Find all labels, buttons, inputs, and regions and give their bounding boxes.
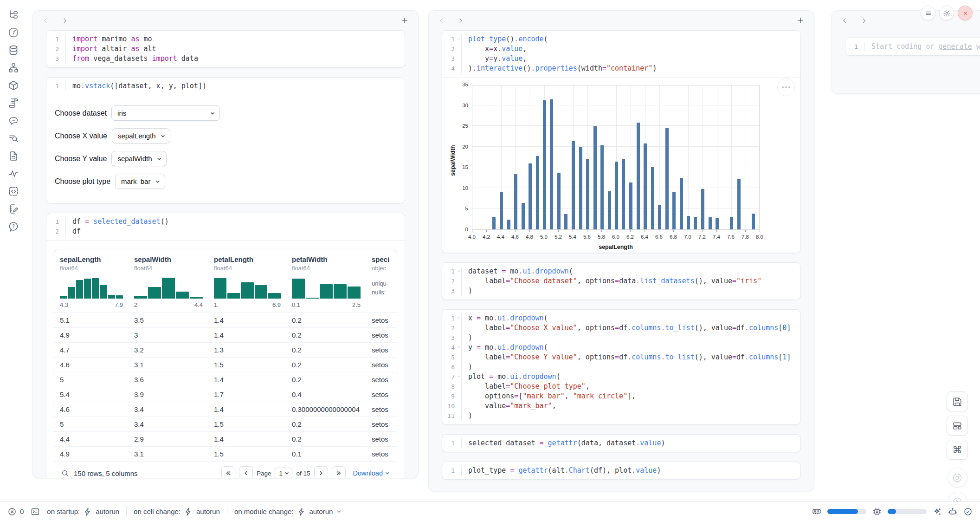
code-editor[interactable]: 1df = selected_dataset()2df — [46, 213, 405, 240]
dropdown-1[interactable]: iris — [112, 106, 219, 120]
chart-bar[interactable] — [658, 205, 661, 229]
chart-bar[interactable] — [550, 99, 553, 229]
table-row[interactable]: 53.61.40.2setos — [54, 372, 397, 387]
dropdown-select-3[interactable]: sepalWidth — [111, 151, 167, 166]
code-cell-plot-type[interactable]: 1plot_type = getattr(alt.Chart(df), plot… — [442, 462, 801, 480]
table-row[interactable]: 4.63.11.50.2setos — [54, 357, 397, 372]
page-select[interactable]: 1 — [275, 468, 292, 479]
code-cell-xy-plot-dropdowns[interactable]: 1x = mo.ui.dropdown(2 label="Choose X va… — [442, 309, 801, 425]
database-icon[interactable] — [8, 45, 19, 56]
chart-bar[interactable] — [730, 217, 733, 229]
chart-bar[interactable] — [701, 189, 704, 229]
chart-bar[interactable] — [507, 220, 510, 229]
cpu-usage-meter[interactable] — [888, 509, 927, 514]
fold-chevron-icon[interactable] — [457, 269, 461, 273]
check-circle-icon[interactable] — [963, 507, 973, 516]
column-move-right-icon[interactable] — [457, 17, 464, 24]
runtime-config-3[interactable]: on module change:autorun — [234, 507, 342, 516]
notebook-menu-button[interactable] — [921, 6, 935, 20]
table-row[interactable]: 53.41.50.2setos — [54, 417, 397, 431]
table-column-header[interactable]: sepalWidthfloat6424.4 — [129, 255, 208, 308]
chart-bar[interactable] — [629, 182, 632, 229]
runtime-config-2[interactable]: on cell change:autorun — [134, 507, 220, 516]
add-column-icon[interactable] — [400, 16, 409, 25]
help-icon[interactable]: ? — [8, 221, 19, 232]
search-icon[interactable] — [61, 469, 69, 477]
tracing-icon[interactable] — [8, 168, 19, 179]
functions-icon[interactable]: f — [8, 27, 19, 38]
sparkles-icon[interactable] — [933, 507, 942, 516]
shutdown-button[interactable] — [958, 6, 973, 20]
last-page-button[interactable] — [332, 466, 346, 478]
chart-bar[interactable] — [579, 147, 582, 229]
stop-button[interactable] — [948, 468, 967, 488]
download-link[interactable]: Download — [353, 469, 391, 477]
column-move-left-icon[interactable] — [438, 17, 445, 24]
empty-code-cell[interactable]: 1 Start coding or generate with — [845, 38, 980, 56]
code-cell-dataset-dropdown[interactable]: 1dataset = mo.ui.dropdown(2 label="Choos… — [442, 262, 801, 300]
chart-bar[interactable] — [622, 159, 625, 229]
table-column-header[interactable]: sepalLengthfloat644.37.9 — [54, 255, 129, 308]
chart-bar[interactable] — [687, 216, 690, 229]
dropdown-2[interactable]: sepalLength — [112, 129, 170, 143]
chart-bar[interactable] — [752, 214, 755, 229]
code-cell-plot-encode[interactable]: 1plot_type().encode(2 x=x.value,3 y=y.va… — [442, 30, 801, 253]
chart-options-button[interactable] — [777, 78, 795, 96]
chart-bar[interactable] — [543, 100, 546, 229]
chart-bar[interactable] — [665, 128, 669, 229]
add-column-icon[interactable] — [796, 16, 805, 25]
column-move-right-icon[interactable] — [860, 17, 867, 24]
table-row[interactable]: 4.93.11.50.1setos — [54, 446, 397, 461]
fold-chevron-icon[interactable] — [457, 345, 461, 349]
code-editor[interactable]: 1selected_dataset = getattr(data, datase… — [442, 435, 800, 452]
ai-chat-icon[interactable] — [8, 115, 19, 126]
table-row[interactable]: 5.43.91.70.4setos — [54, 387, 397, 402]
chart-bar[interactable] — [536, 156, 539, 229]
outline-search-icon[interactable] — [8, 133, 19, 144]
code-cell-vstack[interactable]: 1mo.vstack([dataset, x, y, plot])Choose … — [46, 77, 405, 203]
column-move-right-icon[interactable] — [61, 17, 68, 24]
chart-bar[interactable] — [572, 141, 575, 229]
terminal-button[interactable] — [31, 507, 40, 516]
table-row[interactable]: 4.42.91.40.2setos — [54, 431, 397, 446]
table-row[interactable]: 4.931.40.2setos — [54, 327, 397, 342]
chart-bar[interactable] — [492, 217, 496, 229]
code-editor[interactable]: 1dataset = mo.ui.dropdown(2 label="Choos… — [442, 263, 800, 300]
fold-chevron-icon[interactable] — [457, 316, 461, 320]
table-row[interactable]: 4.73.21.30.2setos — [54, 342, 397, 357]
code-cell-imports[interactable]: 1import marimo as mo2import altair as al… — [46, 30, 405, 68]
code-editor[interactable]: 1x = mo.ui.dropdown(2 label="Choose X va… — [442, 310, 800, 424]
code-placeholder[interactable]: Start coding or generate with — [865, 42, 980, 52]
command-button[interactable]: ⌘ — [947, 440, 968, 460]
packages-icon[interactable] — [8, 80, 19, 91]
dropdown-3[interactable]: sepalWidth — [112, 151, 166, 166]
chart-bar[interactable] — [709, 217, 712, 229]
documentation-icon[interactable] — [8, 150, 19, 162]
chart-bar[interactable] — [608, 191, 611, 229]
dropdown-select-2[interactable]: sepalLength — [112, 128, 170, 143]
column-move-left-icon[interactable] — [42, 17, 49, 24]
chart-bar[interactable] — [637, 123, 640, 229]
save-button[interactable] — [947, 391, 968, 411]
chart-bar[interactable] — [593, 126, 597, 229]
generate-with-ai-link[interactable]: generate — [939, 42, 972, 51]
bot-icon[interactable] — [948, 507, 957, 516]
code-cell-dataframe[interactable]: 1df = selected_dataset()2dfsepalLengthfl… — [46, 213, 405, 478]
column-move-left-icon[interactable] — [841, 17, 848, 24]
chart-bar[interactable] — [737, 179, 741, 229]
chart-bar[interactable] — [564, 214, 567, 229]
settings-button[interactable] — [939, 6, 954, 20]
logs-icon[interactable] — [8, 98, 19, 109]
next-page-button[interactable] — [314, 466, 328, 478]
chart-bar[interactable] — [557, 173, 561, 229]
page-number-select[interactable]: 1 — [275, 468, 292, 479]
chart-bar[interactable] — [522, 203, 525, 229]
table-column-header[interactable]: petalWidthfloat640.12.5 — [286, 255, 366, 308]
chart-bar[interactable] — [514, 174, 517, 229]
chart-bar[interactable] — [651, 167, 654, 229]
code-cell-selected-dataset[interactable]: 1selected_dataset = getattr(data, datase… — [442, 434, 801, 452]
chart-bar[interactable] — [586, 159, 589, 229]
dropdown-4[interactable]: mark_bar — [116, 174, 165, 189]
table-column-header[interactable]: speciobjecuniqunulls: — [366, 255, 397, 308]
chart-bar[interactable] — [500, 192, 503, 229]
